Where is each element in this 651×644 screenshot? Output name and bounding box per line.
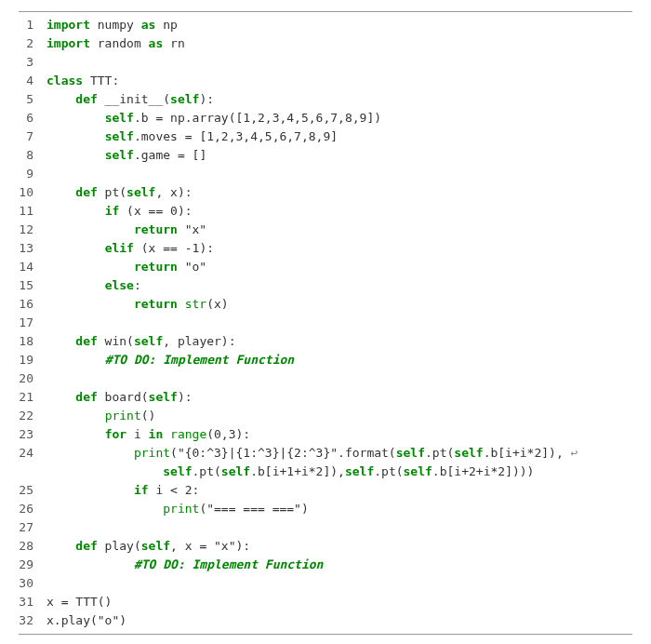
code-line: 27 xyxy=(19,518,632,537)
code-line: 3 xyxy=(19,53,632,72)
line-number: 26 xyxy=(19,500,46,518)
line-content: for i in range(0,3): xyxy=(46,425,632,444)
code-line: 1import numpy as np xyxy=(19,16,632,34)
code-line: 12 return "x" xyxy=(19,221,632,239)
line-number: 1 xyxy=(19,16,46,34)
line-content: self.pt(self.b[i+1+i*2]),self.pt(self.b[… xyxy=(46,463,632,481)
line-content: def __init__(self): xyxy=(46,90,632,109)
code-line: 22 print() xyxy=(19,407,632,425)
code-line: 32x.play("o") xyxy=(19,611,632,630)
line-number: 32 xyxy=(19,611,46,630)
line-number: 22 xyxy=(19,407,46,425)
line-content: print("{0:^3}|{1:^3}|{2:^3}".format(self… xyxy=(46,444,632,463)
line-content: x = TTT() xyxy=(46,593,632,611)
code-line: 8 self.game = [] xyxy=(19,146,632,165)
line-number: 21 xyxy=(19,388,46,407)
line-number: 19 xyxy=(19,351,46,369)
code-line: self.pt(self.b[i+1+i*2]),self.pt(self.b[… xyxy=(19,463,632,481)
line-number: 4 xyxy=(19,72,46,90)
code-line: 23 for i in range(0,3): xyxy=(19,425,632,444)
line-content: if i < 2: xyxy=(46,481,632,500)
line-content: print("=== === ===") xyxy=(46,500,632,518)
line-content: import random as rn xyxy=(46,34,632,53)
code-line: 6 self.b = np.array([1,2,3,4,5,6,7,8,9]) xyxy=(19,109,632,127)
line-number: 8 xyxy=(19,146,46,165)
code-line: 26 print("=== === ===") xyxy=(19,500,632,518)
line-number: 11 xyxy=(19,202,46,221)
line-content: def play(self, x = "x"): xyxy=(46,537,632,556)
code-line: 28 def play(self, x = "x"): xyxy=(19,537,632,556)
line-number: 29 xyxy=(19,556,46,574)
line-content: self.b = np.array([1,2,3,4,5,6,7,8,9]) xyxy=(46,109,632,127)
code-line: 20 xyxy=(19,369,632,388)
line-number: 15 xyxy=(19,276,46,295)
line-content: self.game = [] xyxy=(46,146,632,165)
code-line: 9 xyxy=(19,165,632,183)
code-line: 4class TTT: xyxy=(19,72,632,90)
code-line: 10 def pt(self, x): xyxy=(19,183,632,202)
code-line: 25 if i < 2: xyxy=(19,481,632,500)
line-number: 25 xyxy=(19,481,46,500)
code-line: 21 def board(self): xyxy=(19,388,632,407)
code-line: 31x = TTT() xyxy=(19,593,632,611)
code-line: 16 return str(x) xyxy=(19,295,632,314)
line-content: print() xyxy=(46,407,632,425)
code-line: 11 if (x == 0): xyxy=(19,202,632,221)
line-number: 30 xyxy=(19,574,46,593)
line-number: 24 xyxy=(19,444,46,463)
line-number: 5 xyxy=(19,90,46,109)
line-number: 14 xyxy=(19,258,46,276)
code-line: 19 #TO DO: Implement Function xyxy=(19,351,632,369)
line-content: def win(self, player): xyxy=(46,332,632,351)
line-number: 18 xyxy=(19,332,46,351)
line-number: 20 xyxy=(19,369,46,388)
line-number: 28 xyxy=(19,537,46,556)
line-number: 13 xyxy=(19,239,46,258)
code-line: 7 self.moves = [1,2,3,4,5,6,7,8,9] xyxy=(19,127,632,146)
line-number: 2 xyxy=(19,34,46,53)
line-content: #TO DO: Implement Function xyxy=(46,351,632,369)
code-line: 15 else: xyxy=(19,276,632,295)
code-line: 24 print("{0:^3}|{1:^3}|{2:^3}".format(s… xyxy=(19,444,632,463)
line-content: if (x == 0): xyxy=(46,202,632,221)
code-listing: 1import numpy as np2import random as rn3… xyxy=(19,11,632,635)
code-line: 29 #TO DO: Implement Function xyxy=(19,556,632,574)
code-line: 18 def win(self, player): xyxy=(19,332,632,351)
line-content: class TTT: xyxy=(46,72,632,90)
line-content: elif (x == -1): xyxy=(46,239,632,258)
line-number: 16 xyxy=(19,295,46,314)
line-number: 10 xyxy=(19,183,46,202)
line-content: import numpy as np xyxy=(46,16,632,34)
line-number: 9 xyxy=(19,165,46,183)
line-number: 12 xyxy=(19,221,46,239)
line-content: return "o" xyxy=(46,258,632,276)
code-line: 13 elif (x == -1): xyxy=(19,239,632,258)
line-content: self.moves = [1,2,3,4,5,6,7,8,9] xyxy=(46,127,632,146)
line-number: 3 xyxy=(19,53,46,72)
line-number: 7 xyxy=(19,127,46,146)
line-content: return "x" xyxy=(46,221,632,239)
code-line: 14 return "o" xyxy=(19,258,632,276)
line-content: return str(x) xyxy=(46,295,632,314)
line-number: 31 xyxy=(19,593,46,611)
code-line: 30 xyxy=(19,574,632,593)
line-content: #TO DO: Implement Function xyxy=(46,556,632,574)
line-content: else: xyxy=(46,276,632,295)
line-content: def board(self): xyxy=(46,388,632,407)
code-line: 5 def __init__(self): xyxy=(19,90,632,109)
code-line: 17 xyxy=(19,314,632,332)
line-content: x.play("o") xyxy=(46,611,632,630)
line-content: def pt(self, x): xyxy=(46,183,632,202)
line-number: 17 xyxy=(19,314,46,332)
code-line: 2import random as rn xyxy=(19,34,632,53)
line-number: 6 xyxy=(19,109,46,127)
line-number: 27 xyxy=(19,518,46,537)
line-number: 23 xyxy=(19,425,46,444)
